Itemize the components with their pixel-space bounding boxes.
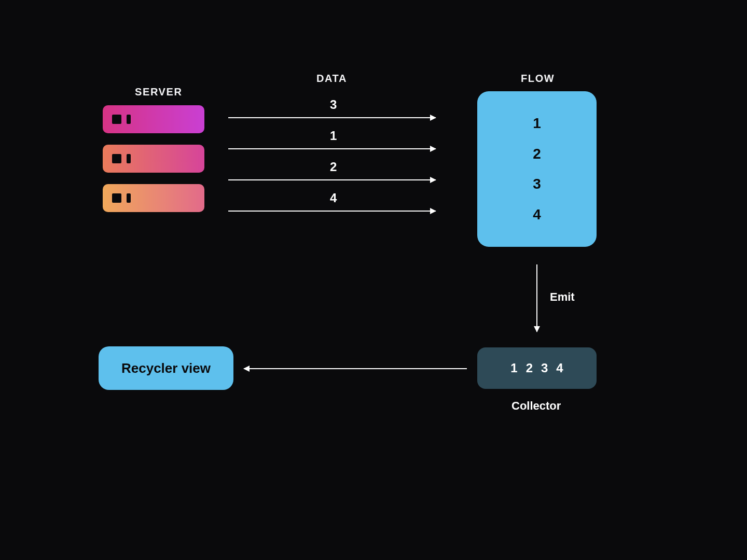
- flow-item-0: 1: [533, 115, 541, 132]
- collector-item-1: 2: [526, 361, 533, 375]
- data-value-1: 1: [330, 129, 337, 143]
- server-bar-3: [103, 184, 204, 212]
- server-label: SERVER: [135, 86, 183, 98]
- flow-box: 1 2 3 4: [477, 91, 597, 247]
- server-indicator-icon: [127, 154, 131, 163]
- data-arrow-3: [228, 211, 436, 212]
- data-label: DATA: [316, 73, 347, 85]
- flow-item-2: 3: [533, 176, 541, 192]
- server-indicator-icon: [112, 154, 121, 163]
- emit-arrow: [536, 264, 537, 332]
- server-indicator-icon: [112, 115, 121, 124]
- collector-label: Collector: [511, 399, 561, 413]
- diagram-canvas: SERVER DATA 3 1 2 4 FLOW 1 2 3 4 Emit 1 …: [0, 0, 747, 560]
- server-indicator-icon: [127, 115, 131, 124]
- server-bar-2: [103, 145, 204, 173]
- collector-item-2: 3: [541, 361, 548, 375]
- flow-item-1: 2: [533, 146, 541, 162]
- data-value-3: 4: [330, 191, 337, 205]
- server-indicator-icon: [112, 193, 121, 203]
- data-value-0: 3: [330, 97, 337, 112]
- collector-item-3: 4: [556, 361, 563, 375]
- collector-to-recycler-arrow: [244, 368, 467, 369]
- data-arrow-2: [228, 179, 436, 180]
- server-indicator-icon: [127, 193, 131, 203]
- flow-label: FLOW: [521, 73, 555, 85]
- emit-label: Emit: [550, 290, 575, 304]
- collector-item-0: 1: [510, 361, 517, 375]
- recycler-view-box: Recycler view: [99, 346, 233, 390]
- collector-box: 1 2 3 4: [477, 347, 597, 389]
- data-arrow-1: [228, 148, 436, 149]
- flow-item-3: 4: [533, 206, 541, 223]
- data-arrow-0: [228, 117, 436, 118]
- server-bar-1: [103, 105, 204, 133]
- data-value-2: 2: [330, 160, 337, 174]
